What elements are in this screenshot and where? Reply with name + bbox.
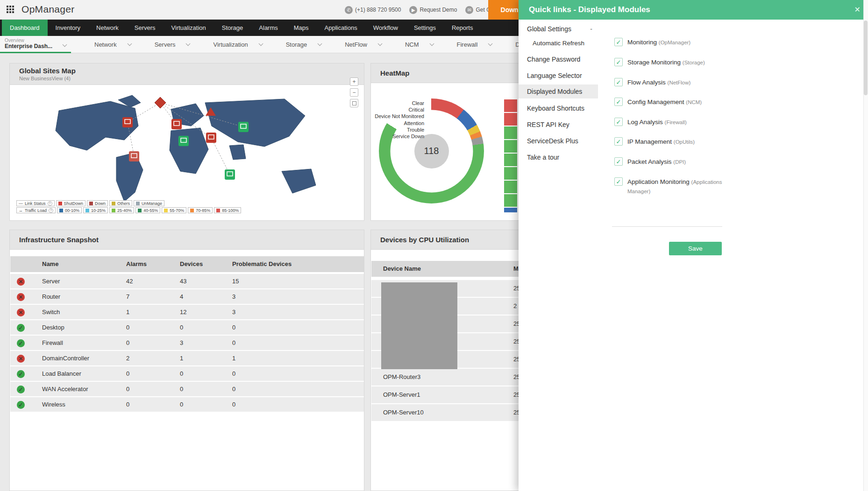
menu-global-settings[interactable]: Global Settings - [519, 22, 598, 36]
device-image-placeholder [381, 282, 457, 369]
heat-cell[interactable] [504, 181, 517, 193]
table-row[interactable]: ✓ Wireless000 [10, 397, 364, 412]
table-header: Name Alarms Devices Problematic Devices [10, 256, 364, 272]
nav-storage[interactable]: Storage [214, 20, 251, 36]
heat-cell[interactable] [504, 126, 517, 139]
subnav-firewall[interactable]: Firewall [457, 41, 492, 48]
checkbox-checked[interactable]: ✓ [614, 78, 623, 86]
nav-settings[interactable]: Settings [406, 20, 444, 36]
device-marker[interactable] [178, 136, 189, 146]
menu-take-a-tour[interactable]: Take a tour [519, 150, 598, 164]
legend-item: 25-40% [109, 207, 134, 213]
nav-workflow[interactable]: Workflow [365, 20, 406, 36]
chevron-down-icon [488, 42, 493, 46]
menu-rest-api-key[interactable]: REST API Key [519, 118, 598, 132]
table-row[interactable]: ✕ Server424315 [10, 274, 364, 288]
checkbox-checked[interactable]: ✓ [614, 38, 623, 46]
save-button[interactable]: Save [669, 242, 722, 255]
nav-maps[interactable]: Maps [286, 20, 317, 36]
subnav-storage[interactable]: Storage [286, 41, 322, 48]
menu-change-password[interactable]: Change Password [519, 52, 598, 66]
module-config-management: ✓ Config Management (NCM) [614, 98, 731, 107]
checkbox-checked[interactable]: ✓ [614, 157, 623, 166]
table-row[interactable]: ✓ Desktop000 [10, 320, 364, 335]
col-name: Name [42, 260, 58, 267]
menu-keyboard-shortcuts[interactable]: Keyboard Shortcuts [519, 101, 598, 115]
app-launcher-icon[interactable] [7, 6, 15, 14]
widget-subtitle: New BusinessView (4) [19, 76, 355, 81]
widget-title: Infrastructure Snapshot [19, 236, 355, 244]
col-devices: Devices [180, 260, 203, 267]
map-zoom-controls: + − [350, 77, 358, 107]
module-application-monitoring: ✓ Application Monitoring (Applications M… [614, 177, 731, 196]
nav-reports[interactable]: Reports [444, 20, 481, 36]
close-icon[interactable]: ✕ [854, 5, 861, 14]
site-marker-hub[interactable] [155, 97, 166, 108]
device-marker[interactable] [206, 133, 216, 143]
module-ip-management: ✓ IP Management (OpUtils) [614, 137, 731, 147]
subnav-ncm[interactable]: NCM [405, 41, 434, 48]
legend-item: 40-55% [135, 207, 160, 213]
device-marker[interactable] [171, 119, 182, 129]
device-marker[interactable] [129, 151, 139, 161]
heat-cell[interactable] [504, 140, 517, 153]
checkbox-checked[interactable]: ✓ [614, 177, 623, 186]
table-row[interactable]: ✕ DomainController211 [10, 351, 364, 365]
phone-icon: ✆ [345, 6, 353, 14]
request-demo-icon: ▶ [409, 6, 417, 14]
collapse-icon[interactable]: - [590, 22, 592, 36]
device-marker[interactable] [238, 122, 249, 132]
subnav-servers[interactable]: Servers [155, 41, 190, 48]
nav-dashboard[interactable]: Dashboard [2, 20, 48, 36]
scrollbar-thumb[interactable] [864, 21, 868, 95]
zoom-in-button[interactable]: + [350, 77, 358, 86]
dashboard-selector[interactable]: Overview Enterprise Dash... [0, 36, 71, 53]
zoom-out-button[interactable]: − [350, 88, 358, 97]
help-icon[interactable]: ? [48, 201, 52, 206]
subnav-virtualization[interactable]: Virtualization [213, 41, 262, 48]
menu-automatic-refresh[interactable]: Automatic Refresh [519, 36, 598, 50]
legend-item: 10-25% [83, 207, 108, 213]
heat-cell[interactable] [504, 154, 517, 166]
nav-alarms[interactable]: Alarms [251, 20, 285, 36]
checkbox-checked[interactable]: ✓ [614, 118, 623, 126]
chevron-down-icon [429, 42, 434, 46]
app-logo: OpManager [21, 4, 75, 15]
heat-cell[interactable] [504, 113, 517, 126]
menu-servicedesk-plus[interactable]: ServiceDesk Plus [519, 134, 598, 148]
heat-cell[interactable] [504, 167, 517, 180]
table-row[interactable]: ✕ Router743 [10, 289, 364, 304]
nav-virtualization[interactable]: Virtualization [164, 20, 214, 36]
nav-servers[interactable]: Servers [127, 20, 164, 36]
chevron-down-icon [127, 42, 132, 46]
legend-item: Down [87, 200, 108, 206]
menu-displayed-modules[interactable]: Displayed Modules [519, 84, 598, 98]
fullscreen-button[interactable] [350, 99, 358, 107]
subnav-netflow[interactable]: NetFlow [345, 41, 382, 48]
legend-item: UnManage [134, 200, 164, 206]
checkbox-checked[interactable]: ✓ [614, 58, 623, 66]
heat-cell[interactable] [504, 194, 517, 207]
nav-network[interactable]: Network [88, 20, 127, 36]
device-marker[interactable] [225, 169, 235, 180]
table-row[interactable]: ✓ WAN Accelerator000 [10, 382, 364, 396]
table-row[interactable]: ✓ Firewall030 [10, 336, 364, 350]
col-problematic: Problematic Devices [232, 260, 292, 267]
request-demo-link[interactable]: ▶ Request Demo [409, 6, 457, 14]
nav-applications[interactable]: Applications [317, 20, 365, 36]
ok-status-icon: ✓ [17, 401, 25, 409]
checkbox-checked[interactable]: ✓ [614, 137, 623, 146]
heat-cell[interactable] [504, 208, 517, 212]
subnav-network[interactable]: Network [94, 41, 131, 48]
nav-inventory[interactable]: Inventory [48, 20, 88, 36]
table-row[interactable]: ✓ Load Balancer000 [10, 366, 364, 381]
panel-title: Quick links - Displayed Modules [519, 0, 868, 20]
heat-cell[interactable] [504, 99, 517, 112]
table-row[interactable]: ✕ Switch1123 [10, 305, 364, 319]
device-marker[interactable] [122, 117, 133, 127]
checkbox-checked[interactable]: ✓ [614, 98, 623, 106]
chevron-down-icon [258, 42, 263, 46]
help-icon[interactable]: ? [49, 208, 53, 213]
scrollbar[interactable] [863, 0, 868, 491]
menu-language-selector[interactable]: Language Selector [519, 69, 598, 83]
